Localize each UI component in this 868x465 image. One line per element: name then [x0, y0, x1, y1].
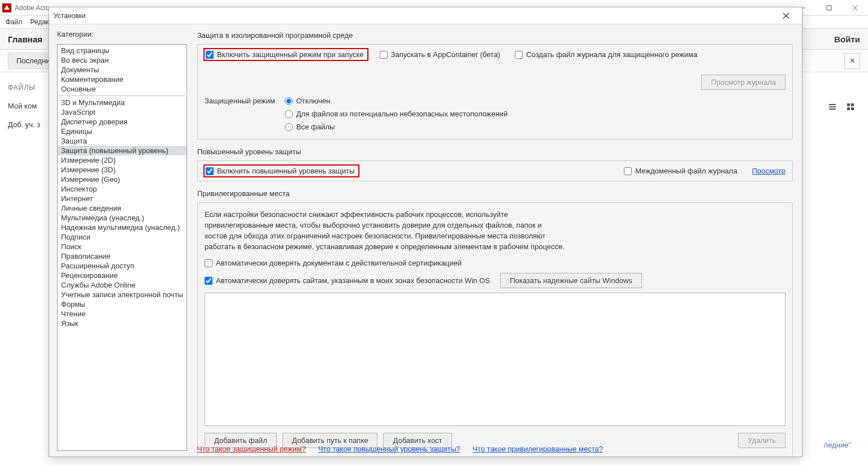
- cross-domain-checkbox[interactable]: Междоменный файл журнала: [624, 167, 737, 175]
- category-item[interactable]: Интернет: [58, 194, 186, 203]
- enable-enhanced-checkbox[interactable]: Включить повышенный уровень защиты: [206, 167, 355, 175]
- svg-rect-1: [827, 6, 831, 10]
- close-panel-icon[interactable]: ✕: [844, 53, 860, 69]
- link-what-protected[interactable]: Что такое защищенный режим?: [197, 445, 306, 453]
- category-item[interactable]: Диспетчер доверия: [58, 117, 186, 127]
- category-item[interactable]: Чтение: [58, 309, 186, 319]
- enhanced-title: Повышенный уровень защиты: [197, 147, 793, 156]
- category-item[interactable]: Учетные записи электронной почты: [58, 290, 186, 299]
- priv-desc: Если настройки безопасности снижают эффе…: [205, 210, 566, 252]
- link-what-enhanced[interactable]: Что такое повышенный уровень защиты?: [318, 445, 460, 453]
- dialog-title: Установки: [54, 12, 85, 20]
- category-item[interactable]: Измерение (2D): [58, 155, 186, 165]
- category-item[interactable]: Во весь экран: [58, 55, 186, 65]
- priv-title: Привилегированные места: [197, 189, 793, 198]
- menu-file[interactable]: Файл: [6, 18, 23, 26]
- categories-list[interactable]: Вид страницыВо весь экранДокументыКоммен…: [57, 44, 187, 451]
- category-item[interactable]: Измерение (3D): [58, 165, 186, 175]
- protected-mode-label: Защищенный режим: [205, 97, 275, 105]
- category-item[interactable]: Правописание: [58, 251, 186, 261]
- privileged-list[interactable]: [205, 293, 785, 426]
- bg-hint: ледние": [824, 441, 851, 449]
- link-what-priv[interactable]: Что такое привилегированные места?: [472, 445, 603, 453]
- categories-label: Категории:: [57, 30, 187, 38]
- category-item[interactable]: Измерение (Geo): [58, 175, 186, 184]
- list-view-icon[interactable]: [825, 99, 840, 114]
- create-log-checkbox[interactable]: Создать файл журнала для защищенного реж…: [515, 50, 697, 59]
- category-item[interactable]: Язык: [58, 319, 186, 328]
- category-item[interactable]: Личные сведения: [58, 203, 186, 213]
- my-computer-link[interactable]: Мой ком: [8, 102, 40, 110]
- radio-unsafe[interactable]: Для файлов из потенциально небезопасных …: [285, 110, 507, 118]
- category-item[interactable]: Расширенный доступ: [58, 261, 186, 271]
- preferences-dialog: Установки Категории: Вид страницыВо весь…: [49, 7, 802, 457]
- category-item[interactable]: Надежная мультимедиа (унаслед.): [58, 223, 186, 232]
- category-item[interactable]: Вид страницы: [58, 46, 186, 55]
- add-account-link[interactable]: Доб. уч. з: [8, 120, 40, 129]
- category-item[interactable]: Поиск: [58, 242, 186, 251]
- category-item[interactable]: Основные: [58, 84, 186, 94]
- close-icon[interactable]: [842, 0, 868, 16]
- category-item[interactable]: Инспектор: [58, 184, 186, 194]
- svg-rect-10: [851, 107, 854, 110]
- view-log-button[interactable]: Просмотр журнала: [701, 75, 785, 90]
- category-item[interactable]: Защита (повышенный уровень): [58, 146, 186, 155]
- dialog-close-icon[interactable]: [775, 8, 797, 23]
- category-item[interactable]: JavaScript: [58, 107, 186, 117]
- show-win-sites-button[interactable]: Показать надежные сайты Windows: [500, 273, 642, 288]
- category-item[interactable]: Подписи: [58, 232, 186, 242]
- svg-rect-7: [847, 103, 850, 106]
- category-item[interactable]: Документы: [58, 65, 186, 75]
- radio-all[interactable]: Все файлы: [285, 123, 507, 131]
- trust-win-checkbox[interactable]: Автоматически доверять сайтам, указанным…: [205, 276, 490, 285]
- category-item[interactable]: Мультимедиа (унаслед.): [58, 213, 186, 223]
- radio-off[interactable]: Отключен: [285, 97, 507, 105]
- adobe-icon: [2, 3, 11, 12]
- files-label: ФАЙЛЫ: [8, 84, 40, 92]
- grid-view-icon[interactable]: [843, 99, 858, 114]
- category-item[interactable]: Рецензирование: [58, 271, 186, 280]
- category-item[interactable]: Формы: [58, 299, 186, 309]
- maximize-icon[interactable]: [816, 0, 842, 16]
- enable-protected-checkbox[interactable]: Включить защищенный режим при запуске: [206, 50, 364, 59]
- category-item[interactable]: 3D и Мультимедиа: [58, 98, 186, 107]
- trust-cert-checkbox[interactable]: Автоматически доверять документам с дейс…: [205, 259, 785, 267]
- category-item[interactable]: Комментирование: [58, 75, 186, 84]
- svg-rect-9: [847, 107, 850, 110]
- signin-button[interactable]: Войти: [834, 34, 860, 44]
- svg-rect-8: [851, 103, 854, 106]
- delete-button[interactable]: Удалить: [738, 433, 785, 448]
- category-item[interactable]: Единицы: [58, 127, 186, 136]
- tab-home[interactable]: Главная: [8, 34, 42, 44]
- sandbox-title: Защита в изолированной программной среде: [197, 31, 793, 40]
- appcontainer-checkbox[interactable]: Запускать в AppContainer (бета): [380, 50, 501, 59]
- category-item[interactable]: Службы Adobe Online: [58, 280, 186, 290]
- view-link[interactable]: Просмотр: [752, 167, 785, 175]
- category-item[interactable]: Защита: [58, 136, 186, 146]
- app-title: Adobe Acro: [15, 4, 50, 12]
